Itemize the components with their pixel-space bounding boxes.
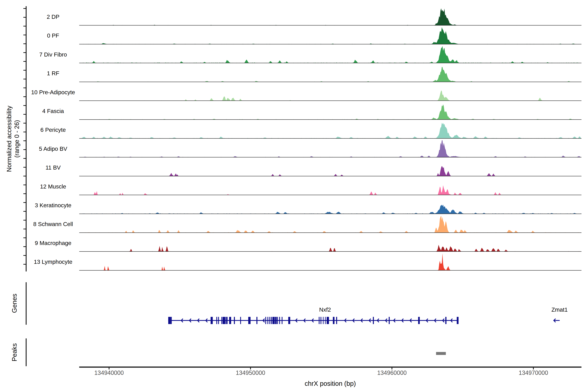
track-label-7-div-fibro: 7 Div Fibro	[28, 50, 78, 59]
gene-exon-Nxf2	[168, 317, 171, 324]
track-signal-12	[79, 216, 582, 232]
track-signal-5	[79, 90, 582, 101]
x-tick-label-134950000: 134950000	[226, 370, 275, 376]
track-label-8-schwann-cell: 8 Schwann Cell	[28, 220, 78, 228]
x-axis-line	[79, 366, 582, 368]
gene-exon-Nxf2	[218, 317, 219, 324]
called-peak-bar	[436, 352, 446, 355]
gene-exon-Nxf2	[282, 317, 282, 324]
y-axis-label-line2: (range 0 - 26)	[13, 106, 21, 172]
track-label-5-adipo-bv: 5 Adipo BV	[28, 144, 78, 153]
track-label-4-fascia: 4 Fascia	[28, 107, 78, 115]
gene-exon-Nxf2	[279, 317, 280, 324]
gene-exon-Nxf2	[216, 317, 217, 324]
gene-exon-Nxf2	[211, 317, 213, 324]
track-signal-2	[79, 27, 582, 44]
gene-exon-Nxf2	[323, 317, 324, 324]
gene-exon-Nxf2	[320, 317, 321, 324]
gene-exon-Nxf2	[418, 317, 420, 324]
track-signal-14	[79, 253, 582, 270]
track-label-0-pf: 0 PF	[28, 31, 78, 40]
gene-exon-Nxf2	[389, 317, 390, 324]
gene-exon-Nxf2	[272, 317, 275, 324]
gene-exon-Nxf2	[373, 317, 374, 324]
track-label-12-muscle: 12 Muscle	[28, 182, 78, 191]
y-axis-label: Normalized accessibility (range 0 - 26)	[6, 106, 21, 172]
gene-exon-Nxf2	[457, 317, 458, 324]
gene-exon-Nxf2	[275, 317, 277, 324]
gene-exon-Nxf2	[222, 317, 225, 324]
gene-label-nxf2: Nxf2	[300, 306, 350, 313]
gene-exon-Nxf2	[333, 317, 334, 324]
track-label-3-keratinocyte: 3 Keratinocyte	[28, 201, 78, 210]
track-signal-6	[79, 104, 582, 120]
track-label-9-macrophage: 9 Macrophage	[28, 239, 78, 247]
track-signal-8	[79, 140, 582, 157]
gene-exon-Nxf2	[327, 317, 329, 324]
track-label-13-lymphocyte: 13 Lymphocyte	[28, 258, 78, 266]
track-label-10-pre-adipocyte: 10 Pre-Adipocyte	[28, 88, 78, 96]
peaks-section-label: Peaks	[11, 343, 18, 361]
gene-exon-Nxf2	[319, 317, 320, 324]
x-axis-title: chrX position (bp)	[281, 380, 379, 387]
gene-exon-Nxf2	[268, 317, 268, 324]
genes-section-label: Genes	[11, 294, 18, 313]
gene-exon-Nxf2	[234, 317, 235, 324]
x-tick-label-134960000: 134960000	[368, 370, 416, 376]
gene-exon-Nxf2	[256, 317, 258, 324]
track-label-2-dp: 2 DP	[28, 12, 78, 21]
gene-exon-Nxf2	[222, 317, 222, 324]
track-label-6-pericyte: 6 Pericyte	[28, 126, 78, 134]
track-signal-10	[79, 185, 582, 195]
gene-exon-Nxf2	[445, 317, 446, 324]
gene-exon-Nxf2	[271, 317, 272, 324]
figure-canvas	[0, 0, 588, 392]
gene-exon-Nxf2	[229, 317, 231, 324]
gene-exon-Nxf2	[171, 317, 172, 324]
track-signal-7	[79, 123, 582, 138]
coverage-plot-figure: Normalized accessibility (range 0 - 26) …	[0, 0, 588, 392]
track-signal-13	[79, 245, 582, 252]
gene-exon-Nxf2	[226, 317, 226, 324]
gene-exon-Nxf2	[277, 317, 278, 324]
gene-exon-Nxf2	[265, 317, 266, 324]
gene-exon-Nxf2	[227, 317, 228, 324]
gene-exon-Nxf2	[269, 317, 270, 324]
track-signal-11	[79, 205, 582, 214]
gene-exon-Nxf2	[336, 317, 337, 324]
x-tick-label-134940000: 134940000	[84, 370, 134, 376]
track-signal-1	[79, 8, 582, 25]
track-label-11-bv: 11 BV	[28, 163, 78, 172]
track-signal-9	[79, 166, 582, 176]
gene-exon-Nxf2	[248, 317, 250, 324]
gene-exon-Nxf2	[325, 317, 326, 324]
track-signal-4	[79, 67, 582, 82]
gene-exon-Nxf2	[240, 317, 241, 324]
track-signal-3	[79, 46, 582, 63]
gene-exon-Nxf2	[288, 317, 290, 324]
gene-label-zmat1: Zmat1	[535, 306, 584, 313]
track-label-1-rf: 1 RF	[28, 69, 78, 78]
x-tick-label-134970000: 134970000	[509, 370, 558, 376]
y-axis-label-line1: Normalized accessibility	[6, 106, 13, 172]
